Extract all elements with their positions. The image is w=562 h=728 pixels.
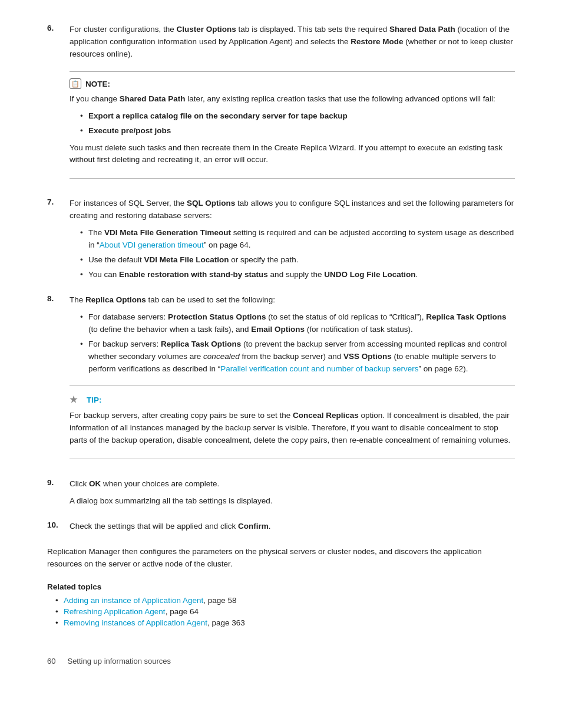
note-bullet-2: Execute pre/post jobs <box>80 125 515 137</box>
item-number-6: 6. <box>47 24 70 189</box>
numbered-item-9: 9. Click OK when your choices are comple… <box>47 478 515 512</box>
item-number-9: 9. <box>47 478 70 512</box>
item-8-bullet-1: For database servers: Protection Status … <box>80 311 515 336</box>
parallel-verification-link[interactable]: Parallel verification count and number o… <box>220 364 418 373</box>
related-topics-list: Adding an instance of Application Agent,… <box>55 596 515 627</box>
note-outro: You must delete such tasks and then recr… <box>70 142 515 167</box>
numbered-item-6: 6. For cluster configurations, the Clust… <box>47 24 515 189</box>
note-bullet-1: Export a replica catalog file on the sec… <box>80 110 515 123</box>
item-10-text: Check the settings that will be applied … <box>70 521 515 533</box>
numbered-item-10: 10. Check the settings that will be appl… <box>47 521 515 538</box>
page: 6. For cluster configurations, the Clust… <box>0 0 562 701</box>
item-content-8: The Replica Options tab can be used to s… <box>70 294 515 470</box>
tip-box-8: ★︎ TIP: For backup servers, after creati… <box>70 386 515 459</box>
tip-header: ★︎ TIP: <box>70 393 515 406</box>
item-8-bullets: For database servers: Protection Status … <box>80 311 515 375</box>
related-topic-1: Adding an instance of Application Agent,… <box>55 596 515 605</box>
item-content-6: For cluster configurations, the Cluster … <box>70 24 515 189</box>
tip-icon: ★︎ <box>70 393 82 406</box>
tip-label: TIP: <box>87 396 102 404</box>
note-header: 📋 NOTE: <box>70 79 515 90</box>
item-9-text: Click OK when your choices are complete. <box>70 478 515 490</box>
related-link-refreshing[interactable]: Refreshing Application Agent <box>64 607 166 616</box>
item-8-bullet-2: For backup servers: Replica Task Options… <box>80 338 515 375</box>
footer-chapter-title: Setting up information sources <box>67 657 171 666</box>
item-number-10: 10. <box>47 521 70 538</box>
note-bullets: Export a replica catalog file on the sec… <box>80 110 515 137</box>
related-topics-title: Related topics <box>47 582 515 591</box>
numbered-item-7: 7. For instances of SQL Server, the SQL … <box>47 197 515 286</box>
vdi-timeout-link[interactable]: About VDI generation timeout <box>100 241 204 249</box>
item-9-subtext: A dialog box summarizing all the tab set… <box>70 495 515 508</box>
numbered-item-8: 8. The Replica Options tab can be used t… <box>47 294 515 470</box>
item-7-bullet-2: Use the default VDI Meta File Location o… <box>80 254 515 266</box>
tip-text: For backup servers, after creating copy … <box>70 410 515 447</box>
item-content-7: For instances of SQL Server, the SQL Opt… <box>70 197 515 286</box>
note-label: NOTE: <box>85 80 110 88</box>
note-box-6: 📋 NOTE: If you change Shared Data Path l… <box>70 71 515 179</box>
note-intro: If you change Shared Data Path later, an… <box>70 93 515 106</box>
item-7-text: For instances of SQL Server, the SQL Opt… <box>70 197 515 222</box>
footer-page-number: 60 <box>47 657 55 666</box>
item-8-text: The Replica Options tab can be used to s… <box>70 294 515 307</box>
related-link-adding[interactable]: Adding an instance of Application Agent <box>64 596 203 605</box>
item-number-8: 8. <box>47 294 70 470</box>
related-link-removing[interactable]: Removing instances of Application Agent <box>64 618 207 627</box>
item-7-bullet-1: The VDI Meta File Generation Timeout set… <box>80 227 515 252</box>
related-topic-3: Removing instances of Application Agent,… <box>55 618 515 627</box>
page-footer: 60 Setting up information sources <box>47 657 515 666</box>
related-topic-2: Refreshing Application Agent, page 64 <box>55 607 515 616</box>
item-content-9: Click OK when your choices are complete.… <box>70 478 515 512</box>
item-7-bullets: The VDI Meta File Generation Timeout set… <box>80 227 515 281</box>
related-topics: Related topics Adding an instance of App… <box>47 582 515 627</box>
item-6-text: For cluster configurations, the Cluster … <box>70 24 515 61</box>
item-content-10: Check the settings that will be applied … <box>70 521 515 538</box>
item-number-7: 7. <box>47 197 70 286</box>
closing-text: Replication Manager then configures the … <box>47 546 515 571</box>
item-7-bullet-3: You can Enable restoration with stand-by… <box>80 269 515 281</box>
note-icon: 📋 <box>70 78 81 89</box>
